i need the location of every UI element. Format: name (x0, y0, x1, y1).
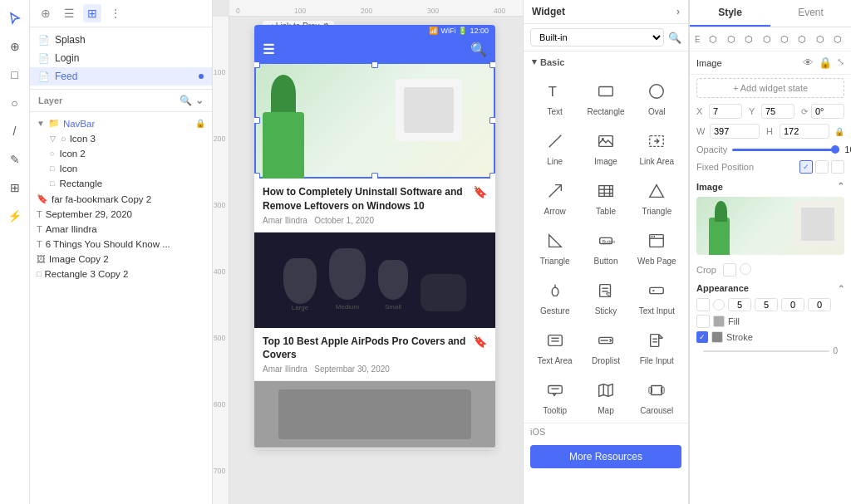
fill-color-swatch[interactable] (713, 316, 725, 327)
widget-gesture[interactable]: Gesture (530, 272, 579, 320)
fixed-pos-checkbox2[interactable] (815, 160, 829, 174)
widget-arrow[interactable]: Arrow (530, 172, 579, 220)
align-center-h-icon[interactable]: ⬡ (723, 31, 739, 47)
widget-webpage[interactable]: Web Page (632, 222, 681, 270)
list-view-icon[interactable]: ☰ (60, 4, 78, 22)
more-resources-button[interactable]: More Resources (530, 445, 681, 468)
rect-tool[interactable]: □ (3, 63, 27, 86)
lock-icon[interactable]: 🔒 (819, 56, 832, 69)
fixed-pos-checkbox3[interactable] (831, 160, 844, 174)
y-input[interactable] (761, 104, 794, 119)
add-page-icon[interactable]: ⊕ (37, 4, 55, 22)
appear-val4[interactable] (808, 298, 831, 311)
fill-checkbox[interactable] (696, 315, 710, 328)
widget-droplist[interactable]: Droplist (581, 321, 630, 369)
cursor-tool[interactable] (3, 7, 27, 30)
widget-search-icon[interactable]: 🔍 (668, 32, 681, 44)
layer-item-rect3copy2[interactable]: □ Rectangle 3 Copy 2 (30, 267, 212, 281)
e-label: E (695, 35, 701, 44)
grid-view-icon[interactable]: ⊞ (83, 4, 101, 22)
h-input[interactable] (780, 124, 829, 139)
widget-triangle2[interactable]: Triangle (530, 222, 579, 270)
image-collapse-icon[interactable]: ⌃ (837, 181, 844, 192)
layer-item-icon2[interactable]: ○ Icon 2 (30, 146, 212, 161)
fixed-pos-checkbox1[interactable]: ✓ (799, 160, 813, 174)
widget-text[interactable]: T Text (530, 72, 579, 120)
lock-aspect-icon[interactable]: 🔒 (834, 127, 844, 136)
feed-card-2[interactable]: Large Medium Small (254, 232, 495, 382)
feed-image-1[interactable] (254, 62, 495, 179)
canvas-area[interactable]: 0 100 200 300 400 100 200 300 400 500 60… (213, 0, 523, 504)
page-feed[interactable]: 📄 Feed (30, 67, 212, 86)
x-input[interactable] (709, 104, 742, 119)
layer-item-navbar[interactable]: ▼ 📁 NavBar 🔒 (30, 115, 212, 131)
stroke-checkbox[interactable]: ✓ (696, 331, 708, 343)
layer-item-amar[interactable]: T Amar Ilindra (30, 222, 212, 237)
image-thumbnail[interactable] (696, 197, 844, 255)
widget-sticky[interactable]: Sticky (581, 272, 630, 320)
widget-button[interactable]: Button Button (581, 222, 630, 270)
appearance-collapse-icon[interactable]: ⌃ (838, 284, 844, 293)
widget-oval[interactable]: Oval (632, 72, 681, 120)
distribute-h-icon[interactable]: ⬡ (812, 31, 828, 47)
align-bottom-icon[interactable]: ⬡ (794, 31, 810, 47)
widget-line[interactable]: Line (530, 122, 579, 170)
widget-tooltip[interactable]: Tooltip (530, 371, 579, 419)
layer-item-bookmark[interactable]: 🔖 far fa-bookmark Copy 2 (30, 191, 212, 207)
opacity-slider[interactable] (732, 149, 839, 151)
widget-image[interactable]: Image (581, 122, 630, 170)
align-top-icon[interactable]: ⬡ (759, 31, 775, 47)
circle-tool[interactable]: ○ (3, 91, 27, 115)
appear-val3[interactable] (781, 298, 804, 311)
widget-map[interactable]: Map (581, 371, 630, 419)
crop-option2[interactable] (740, 263, 751, 275)
chevron-down-icon[interactable]: ⌄ (195, 95, 204, 106)
more-icon[interactable]: ⋮ (106, 4, 125, 22)
widget-category-select[interactable]: Built-in (530, 28, 664, 46)
widget-textarea[interactable]: Text Area (530, 321, 579, 369)
appear-val2[interactable] (755, 298, 778, 311)
layer-item-6things[interactable]: T 6 Things You Should Know ... (30, 237, 212, 252)
eye-icon[interactable]: 👁 (803, 56, 814, 69)
layer-item-rectangle[interactable]: □ Rectangle (30, 176, 212, 191)
align-center-v-icon[interactable]: ⬡ (776, 31, 792, 47)
feed-card-1[interactable]: How to Completely Uninstall Software and… (254, 62, 495, 232)
widget-text-input[interactable]: Text Input (632, 272, 681, 320)
tab-event[interactable]: Event (770, 0, 851, 27)
widget-rectangle[interactable]: Rectangle (581, 72, 630, 120)
page-splash[interactable]: 📄 Splash (30, 31, 212, 49)
appear-checkbox[interactable] (696, 298, 710, 311)
widget-carousel[interactable]: Carousel (632, 371, 681, 419)
layer-item-sep2020[interactable]: T September 29, 2020 (30, 207, 212, 222)
appear-radio[interactable] (713, 299, 725, 311)
w-input[interactable] (710, 124, 760, 139)
bookmark-icon-1[interactable]: 🔖 (473, 185, 487, 225)
align-left-icon[interactable]: ⬡ (706, 31, 721, 47)
bookmark-icon-2[interactable]: 🔖 (473, 335, 487, 374)
crop-option1[interactable] (723, 263, 736, 276)
search-icon[interactable]: 🔍 (180, 95, 192, 106)
tab-style[interactable]: Style (690, 0, 770, 27)
distribute-v-icon[interactable]: ⬡ (830, 31, 846, 47)
resize-icon[interactable]: ⤡ (837, 56, 844, 69)
widget-link-area[interactable]: Link Area (632, 122, 681, 170)
layer-item-icon[interactable]: □ Icon (30, 161, 212, 176)
layer-item-icon3[interactable]: ▽ ○ Icon 3 (30, 131, 212, 146)
align-right-icon[interactable]: ⬡ (741, 31, 757, 47)
pen-tool[interactable]: ✎ (3, 148, 27, 171)
widget-file-input[interactable]: File Input (632, 321, 681, 369)
widget-triangle[interactable]: Triangle (632, 172, 681, 220)
layer-item-imagecopy2[interactable]: 🖼 Image Copy 2 (30, 252, 212, 267)
add-tool[interactable]: ⊕ (3, 35, 27, 58)
wh-coord-row: W H 🔒 (690, 121, 851, 141)
grid-tool[interactable]: ⊞ (3, 176, 27, 199)
line-tool[interactable]: / (3, 120, 27, 143)
page-login[interactable]: 📄 Login (30, 49, 212, 67)
add-widget-state-button[interactable]: + Add widget state (696, 78, 844, 98)
appear-val1[interactable] (728, 298, 751, 311)
feed-card-3[interactable] (254, 381, 495, 448)
rotation-input[interactable] (811, 104, 844, 119)
stroke-color-swatch[interactable] (711, 331, 723, 343)
component-tool[interactable]: ⚡ (3, 204, 27, 228)
widget-table[interactable]: Table (581, 172, 630, 220)
